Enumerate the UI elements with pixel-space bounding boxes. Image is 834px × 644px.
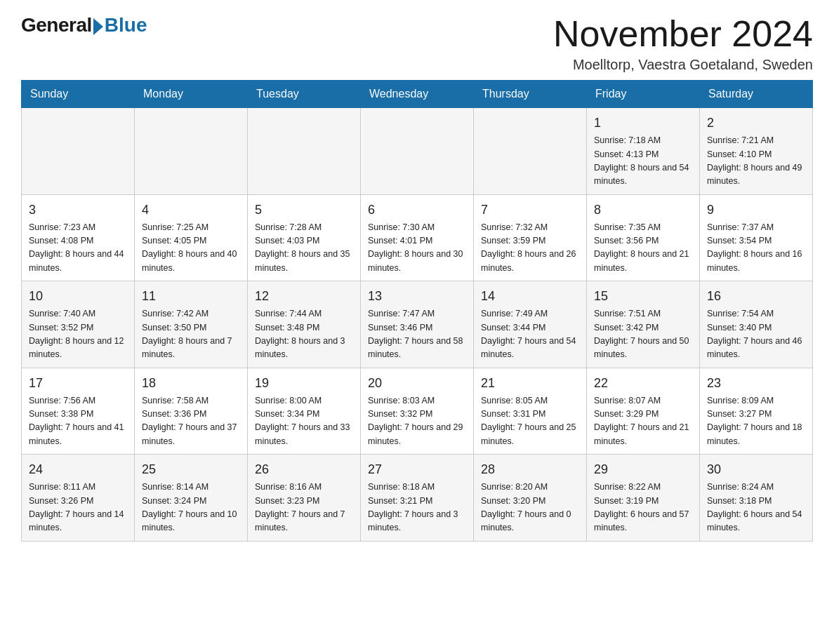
day-info: Sunrise: 8:14 AM Sunset: 3:24 PM Dayligh… [142, 481, 240, 535]
table-row: 14Sunrise: 7:49 AM Sunset: 3:44 PM Dayli… [474, 281, 587, 368]
day-info: Sunrise: 8:09 AM Sunset: 3:27 PM Dayligh… [707, 394, 805, 449]
table-row: 25Sunrise: 8:14 AM Sunset: 3:24 PM Dayli… [135, 455, 248, 542]
day-info: Sunrise: 8:24 AM Sunset: 3:18 PM Dayligh… [707, 481, 805, 535]
day-info: Sunrise: 8:03 AM Sunset: 3:32 PM Dayligh… [368, 394, 466, 449]
day-info: Sunrise: 7:56 AM Sunset: 3:38 PM Dayligh… [29, 394, 127, 449]
table-row: 11Sunrise: 7:42 AM Sunset: 3:50 PM Dayli… [135, 281, 248, 368]
table-row [361, 108, 474, 195]
day-info: Sunrise: 7:49 AM Sunset: 3:44 PM Dayligh… [481, 307, 579, 362]
day-info: Sunrise: 7:47 AM Sunset: 3:46 PM Dayligh… [368, 307, 466, 362]
day-info: Sunrise: 8:20 AM Sunset: 3:20 PM Dayligh… [481, 481, 579, 535]
title-block: November 2024 Moelltorp, Vaestra Goetala… [553, 14, 813, 73]
weekday-header-row: Sunday Monday Tuesday Wednesday Thursday… [22, 81, 813, 108]
day-info: Sunrise: 8:18 AM Sunset: 3:21 PM Dayligh… [368, 481, 466, 535]
day-info: Sunrise: 8:05 AM Sunset: 3:31 PM Dayligh… [481, 394, 579, 449]
table-row: 15Sunrise: 7:51 AM Sunset: 3:42 PM Dayli… [587, 281, 700, 368]
location-title: Moelltorp, Vaestra Goetaland, Sweden [553, 57, 813, 73]
day-number: 17 [29, 374, 127, 393]
day-number: 2 [707, 114, 805, 133]
table-row: 16Sunrise: 7:54 AM Sunset: 3:40 PM Dayli… [700, 281, 813, 368]
table-row: 7Sunrise: 7:32 AM Sunset: 3:59 PM Daylig… [474, 194, 587, 281]
table-row: 27Sunrise: 8:18 AM Sunset: 3:21 PM Dayli… [361, 455, 474, 542]
table-row: 23Sunrise: 8:09 AM Sunset: 3:27 PM Dayli… [700, 368, 813, 455]
calendar-table: Sunday Monday Tuesday Wednesday Thursday… [21, 80, 813, 542]
table-row: 13Sunrise: 7:47 AM Sunset: 3:46 PM Dayli… [361, 281, 474, 368]
day-number: 3 [29, 201, 127, 220]
logo-arrow-icon [93, 18, 103, 35]
table-row: 3Sunrise: 7:23 AM Sunset: 4:08 PM Daylig… [22, 194, 135, 281]
day-info: Sunrise: 8:22 AM Sunset: 3:19 PM Dayligh… [594, 481, 692, 535]
day-info: Sunrise: 7:28 AM Sunset: 4:03 PM Dayligh… [255, 221, 353, 276]
day-info: Sunrise: 8:11 AM Sunset: 3:26 PM Dayligh… [29, 481, 127, 535]
header-monday: Monday [135, 81, 248, 108]
table-row: 18Sunrise: 7:58 AM Sunset: 3:36 PM Dayli… [135, 368, 248, 455]
calendar-week-row: 17Sunrise: 7:56 AM Sunset: 3:38 PM Dayli… [22, 368, 813, 455]
day-number: 5 [255, 201, 353, 220]
table-row: 22Sunrise: 8:07 AM Sunset: 3:29 PM Dayli… [587, 368, 700, 455]
table-row: 6Sunrise: 7:30 AM Sunset: 4:01 PM Daylig… [361, 194, 474, 281]
table-row: 1Sunrise: 7:18 AM Sunset: 4:13 PM Daylig… [587, 108, 700, 195]
day-info: Sunrise: 7:35 AM Sunset: 3:56 PM Dayligh… [594, 221, 692, 276]
table-row: 8Sunrise: 7:35 AM Sunset: 3:56 PM Daylig… [587, 194, 700, 281]
day-number: 21 [481, 374, 579, 393]
logo-blue-text: Blue [105, 14, 147, 36]
table-row: 28Sunrise: 8:20 AM Sunset: 3:20 PM Dayli… [474, 455, 587, 542]
calendar-week-row: 24Sunrise: 8:11 AM Sunset: 3:26 PM Dayli… [22, 455, 813, 542]
logo: General Blue [21, 14, 147, 36]
header-saturday: Saturday [700, 81, 813, 108]
table-row: 26Sunrise: 8:16 AM Sunset: 3:23 PM Dayli… [248, 455, 361, 542]
day-info: Sunrise: 7:37 AM Sunset: 3:54 PM Dayligh… [707, 221, 805, 276]
header-sunday: Sunday [22, 81, 135, 108]
day-number: 29 [594, 460, 692, 479]
day-info: Sunrise: 7:51 AM Sunset: 3:42 PM Dayligh… [594, 307, 692, 362]
table-row [248, 108, 361, 195]
day-info: Sunrise: 7:23 AM Sunset: 4:08 PM Dayligh… [29, 221, 127, 276]
table-row: 20Sunrise: 8:03 AM Sunset: 3:32 PM Dayli… [361, 368, 474, 455]
table-row: 21Sunrise: 8:05 AM Sunset: 3:31 PM Dayli… [474, 368, 587, 455]
day-number: 24 [29, 460, 127, 479]
table-row: 30Sunrise: 8:24 AM Sunset: 3:18 PM Dayli… [700, 455, 813, 542]
day-info: Sunrise: 7:32 AM Sunset: 3:59 PM Dayligh… [481, 221, 579, 276]
day-number: 12 [255, 287, 353, 306]
day-number: 10 [29, 287, 127, 306]
day-number: 13 [368, 287, 466, 306]
day-number: 26 [255, 460, 353, 479]
header-wednesday: Wednesday [361, 81, 474, 108]
table-row: 19Sunrise: 8:00 AM Sunset: 3:34 PM Dayli… [248, 368, 361, 455]
table-row: 12Sunrise: 7:44 AM Sunset: 3:48 PM Dayli… [248, 281, 361, 368]
header-thursday: Thursday [474, 81, 587, 108]
table-row [474, 108, 587, 195]
day-number: 30 [707, 460, 805, 479]
day-number: 4 [142, 201, 240, 220]
day-number: 11 [142, 287, 240, 306]
day-info: Sunrise: 8:16 AM Sunset: 3:23 PM Dayligh… [255, 481, 353, 535]
table-row: 5Sunrise: 7:28 AM Sunset: 4:03 PM Daylig… [248, 194, 361, 281]
day-number: 20 [368, 374, 466, 393]
table-row [22, 108, 135, 195]
day-number: 19 [255, 374, 353, 393]
day-info: Sunrise: 7:21 AM Sunset: 4:10 PM Dayligh… [707, 134, 805, 189]
calendar-week-row: 10Sunrise: 7:40 AM Sunset: 3:52 PM Dayli… [22, 281, 813, 368]
calendar-week-row: 3Sunrise: 7:23 AM Sunset: 4:08 PM Daylig… [22, 194, 813, 281]
day-number: 28 [481, 460, 579, 479]
day-info: Sunrise: 7:44 AM Sunset: 3:48 PM Dayligh… [255, 307, 353, 362]
logo-general-text: General [21, 14, 92, 36]
day-number: 22 [594, 374, 692, 393]
header-tuesday: Tuesday [248, 81, 361, 108]
month-title: November 2024 [553, 14, 813, 54]
table-row: 10Sunrise: 7:40 AM Sunset: 3:52 PM Dayli… [22, 281, 135, 368]
day-number: 23 [707, 374, 805, 393]
day-number: 16 [707, 287, 805, 306]
page-header: General Blue November 2024 Moelltorp, Va… [21, 14, 813, 73]
table-row: 24Sunrise: 8:11 AM Sunset: 3:26 PM Dayli… [22, 455, 135, 542]
day-number: 8 [594, 201, 692, 220]
header-friday: Friday [587, 81, 700, 108]
day-number: 1 [594, 114, 692, 133]
table-row [135, 108, 248, 195]
day-number: 9 [707, 201, 805, 220]
day-info: Sunrise: 7:42 AM Sunset: 3:50 PM Dayligh… [142, 307, 240, 362]
day-info: Sunrise: 7:30 AM Sunset: 4:01 PM Dayligh… [368, 221, 466, 276]
day-info: Sunrise: 7:58 AM Sunset: 3:36 PM Dayligh… [142, 394, 240, 449]
day-number: 7 [481, 201, 579, 220]
table-row: 2Sunrise: 7:21 AM Sunset: 4:10 PM Daylig… [700, 108, 813, 195]
